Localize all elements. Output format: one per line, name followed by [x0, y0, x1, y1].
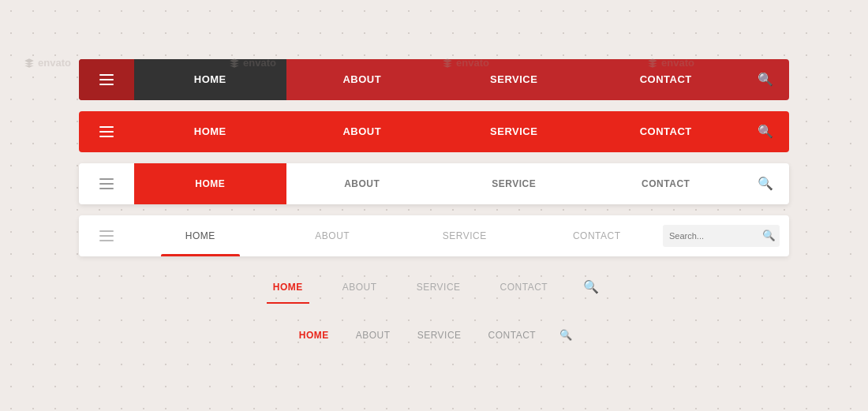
nav-item-about[interactable]: ABOUT — [286, 163, 439, 204]
search-icon: 🔍 — [583, 279, 599, 294]
nav-items: HOME ABOUT SERVICE CONTACT — [134, 111, 742, 152]
search-icon: 🔍 — [559, 329, 572, 341]
nav-item-home[interactable]: HOME — [261, 267, 315, 307]
search-button[interactable]: 🔍 — [575, 279, 607, 294]
nav-item-contact[interactable]: CONTACT — [488, 267, 560, 307]
hamburger-button[interactable] — [79, 59, 134, 100]
search-icon: 🔍 — [762, 230, 776, 241]
nav-item-home[interactable]: HOME — [290, 318, 339, 353]
nav-items: HOME ABOUT SERVICE CONTACT — [134, 215, 663, 256]
search-button[interactable]: 🔍 — [553, 329, 578, 341]
nav-item-about[interactable]: ABOUT — [331, 267, 389, 307]
nav-item-contact[interactable]: CONTACT — [590, 111, 743, 152]
nav-item-service[interactable]: SERVICE — [438, 111, 590, 152]
nav-item-home[interactable]: HOME — [134, 215, 267, 256]
navbar-minimal-center: HOME ABOUT SERVICE CONTACT 🔍 — [79, 318, 789, 353]
search-button[interactable]: 🔍 — [742, 59, 789, 100]
nav-item-about[interactable]: ABOUT — [286, 111, 439, 152]
nav-items: HOME ABOUT SERVICE CONTACT 🔍 — [290, 318, 578, 353]
nav-item-contact[interactable]: CONTACT — [590, 59, 743, 100]
hamburger-button[interactable] — [79, 163, 134, 204]
nav-items: HOME ABOUT SERVICE CONTACT 🔍 — [79, 267, 789, 307]
hamburger-icon — [99, 126, 114, 137]
nav-item-about[interactable]: ABOUT — [346, 318, 400, 353]
search-button[interactable]: 🔍 — [758, 225, 780, 247]
nav-item-contact[interactable]: CONTACT — [590, 163, 743, 204]
nav-item-home[interactable]: HOME — [134, 59, 286, 100]
nav-item-service[interactable]: SERVICE — [408, 318, 471, 353]
navbar-white-underline: HOME ABOUT SERVICE CONTACT 🔍 — [79, 215, 789, 256]
search-button[interactable]: 🔍 — [742, 163, 789, 204]
watermark: envato — [24, 57, 71, 69]
navbar-bright-red: HOME ABOUT SERVICE CONTACT 🔍 — [79, 111, 789, 152]
hamburger-button[interactable] — [79, 215, 134, 256]
search-box: 🔍 — [663, 225, 780, 247]
navbar-dark-red: HOME ABOUT SERVICE CONTACT 🔍 — [79, 59, 789, 100]
navbar-white-red: HOME ABOUT SERVICE CONTACT 🔍 — [79, 163, 789, 204]
nav-item-about[interactable]: ABOUT — [267, 215, 399, 256]
hamburger-icon — [99, 230, 114, 241]
search-input[interactable] — [663, 225, 758, 247]
navbars-container: HOME ABOUT SERVICE CONTACT 🔍 HOME ABOUT … — [79, 59, 789, 353]
search-button[interactable]: 🔍 — [742, 111, 789, 152]
nav-item-home[interactable]: HOME — [134, 163, 286, 204]
nav-item-service[interactable]: SERVICE — [438, 163, 590, 204]
search-icon: 🔍 — [758, 124, 773, 139]
nav-item-service[interactable]: SERVICE — [398, 215, 531, 256]
nav-item-service[interactable]: SERVICE — [438, 59, 590, 100]
hamburger-icon — [99, 178, 114, 189]
nav-item-service[interactable]: SERVICE — [405, 267, 473, 307]
navbar-minimal-underline: HOME ABOUT SERVICE CONTACT 🔍 — [79, 267, 789, 307]
nav-item-about[interactable]: ABOUT — [286, 59, 439, 100]
nav-item-contact[interactable]: CONTACT — [531, 215, 664, 256]
hamburger-icon — [99, 74, 114, 85]
nav-item-contact[interactable]: CONTACT — [479, 318, 546, 353]
nav-items: HOME ABOUT SERVICE CONTACT — [134, 59, 742, 100]
search-icon: 🔍 — [758, 176, 773, 191]
nav-item-home[interactable]: HOME — [134, 111, 286, 152]
search-icon: 🔍 — [758, 72, 773, 87]
nav-items: HOME ABOUT SERVICE CONTACT — [134, 163, 742, 204]
hamburger-button[interactable] — [79, 111, 134, 152]
